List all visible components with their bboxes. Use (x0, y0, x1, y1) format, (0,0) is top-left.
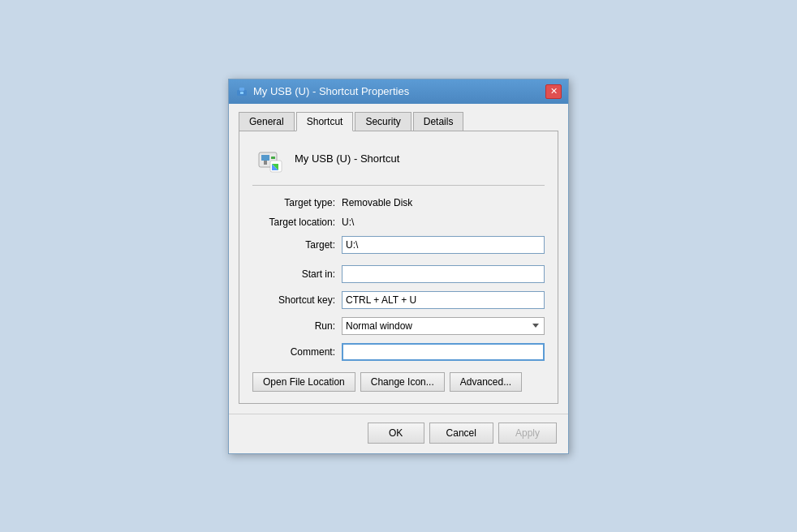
dialog-icon (235, 85, 248, 98)
target-type-label: Target type: (252, 197, 342, 208)
svg-rect-1 (239, 88, 244, 91)
run-label: Run: (252, 320, 342, 332)
target-type-value: Removable Disk (342, 197, 412, 208)
tab-security[interactable]: Security (355, 112, 411, 131)
shortcut-header: My USB (U) - Shortcut (252, 143, 545, 186)
tab-general[interactable]: General (239, 112, 295, 131)
advanced-button[interactable]: Advanced... (450, 372, 522, 392)
run-row: Run: Normal window Minimized Maximized (252, 317, 545, 335)
apply-button[interactable]: Apply (498, 423, 557, 444)
svg-rect-4 (261, 155, 269, 161)
title-bar: My USB (U) - Shortcut Properties ✕ (229, 79, 568, 104)
target-label: Target: (252, 239, 342, 251)
tab-panel-shortcut: My USB (U) - Shortcut Target type: Remov… (239, 131, 558, 404)
target-row: Target: (252, 236, 545, 254)
dialog-footer: OK Cancel Apply (229, 414, 568, 453)
tab-bar: General Shortcut Security Details (239, 112, 558, 131)
title-bar-left: My USB (U) - Shortcut Properties (235, 85, 409, 98)
start-in-row: Start in: (252, 265, 545, 283)
svg-rect-6 (271, 157, 275, 159)
comment-label: Comment: (252, 346, 342, 358)
cancel-button[interactable]: Cancel (429, 423, 493, 444)
run-select[interactable]: Normal window Minimized Maximized (342, 317, 545, 335)
shortcut-key-row: Shortcut key: (252, 291, 545, 309)
start-in-input[interactable] (342, 265, 545, 283)
dialog-content: General Shortcut Security Details (229, 104, 568, 414)
shortcut-properties-dialog: My USB (U) - Shortcut Properties ✕ Gener… (228, 79, 569, 454)
ok-button[interactable]: OK (368, 423, 424, 444)
shortcut-key-input[interactable] (342, 291, 545, 309)
target-type-row: Target type: Removable Disk (252, 197, 545, 208)
file-icon (252, 143, 285, 175)
action-buttons: Open File Location Change Icon... Advanc… (252, 372, 545, 392)
open-file-location-button[interactable]: Open File Location (252, 372, 355, 392)
target-location-value: U:\ (342, 217, 354, 228)
close-button[interactable]: ✕ (545, 84, 562, 99)
dialog-title: My USB (U) - Shortcut Properties (253, 85, 409, 97)
svg-rect-2 (240, 92, 243, 94)
comment-input[interactable] (342, 343, 545, 361)
shortcut-key-label: Shortcut key: (252, 294, 342, 306)
tab-details[interactable]: Details (413, 112, 464, 131)
target-input[interactable] (342, 236, 545, 254)
tab-shortcut[interactable]: Shortcut (296, 112, 354, 131)
target-location-label: Target location: (252, 217, 342, 228)
comment-row: Comment: (252, 343, 545, 361)
change-icon-button[interactable]: Change Icon... (360, 372, 445, 392)
target-location-row: Target location: U:\ (252, 217, 545, 228)
start-in-label: Start in: (252, 268, 342, 280)
shortcut-name: My USB (U) - Shortcut (295, 152, 399, 165)
svg-rect-5 (264, 161, 267, 165)
